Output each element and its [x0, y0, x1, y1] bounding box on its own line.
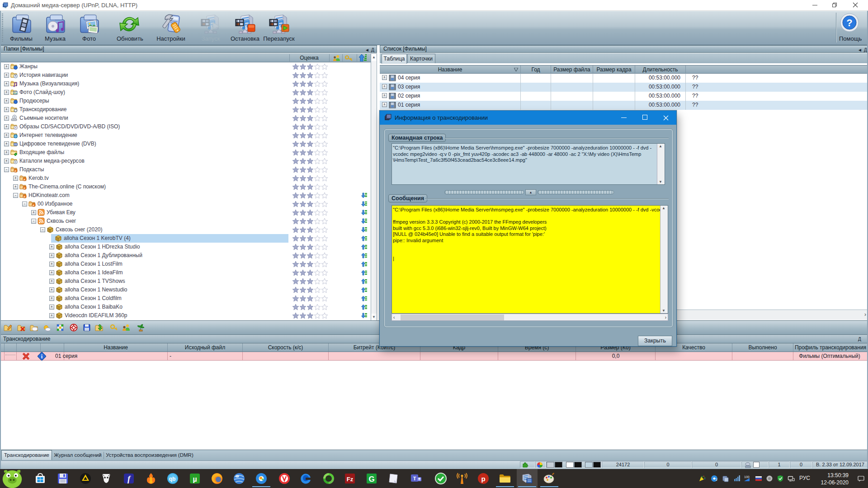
- svg-text:100: 100: [744, 475, 750, 479]
- svg-text:µ: µ: [193, 475, 197, 483]
- svg-text:i: i: [41, 353, 43, 360]
- svg-text:qb: qb: [169, 476, 176, 482]
- svg-text:?: ?: [846, 17, 852, 28]
- svg-text:Fz: Fz: [347, 476, 354, 483]
- svg-text:2: 2: [716, 478, 717, 481]
- svg-text:p: p: [481, 475, 485, 483]
- svg-text:G: G: [368, 475, 374, 483]
- svg-text:T: T: [413, 476, 416, 481]
